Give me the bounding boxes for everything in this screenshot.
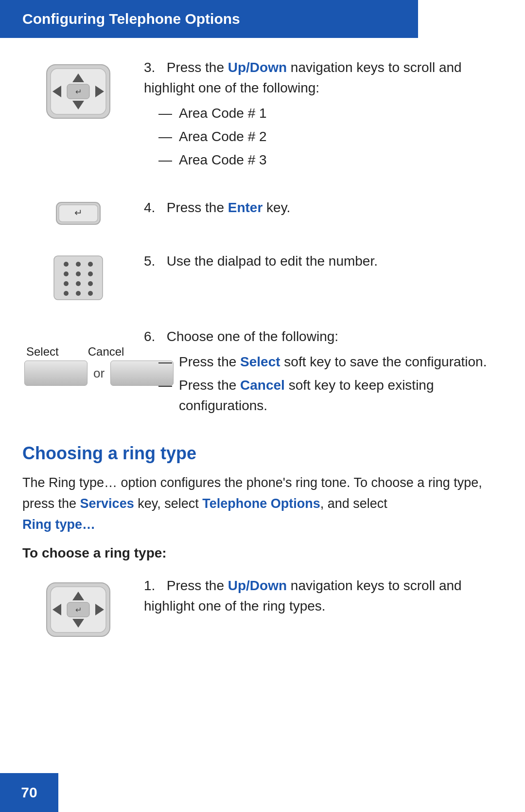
svg-point-14	[88, 262, 93, 267]
step-4-after: key.	[262, 200, 290, 215]
ring-step-1-number: 1.	[144, 578, 163, 593]
step-5-text: 5. Use the dialpad to edit the number.	[134, 251, 503, 271]
svg-point-18	[64, 281, 69, 286]
step-3-row: ↵ 3. Press the Up/Down navigation keys t…	[22, 57, 503, 173]
select-highlight: Select	[240, 354, 280, 369]
step-4-before: Press the	[167, 200, 228, 215]
step-5-icon	[22, 251, 134, 302]
bullet-area-code-1: — Area Code # 1	[158, 103, 503, 124]
step-3-before: Press the	[167, 60, 228, 75]
step-5-content: Use the dialpad to edit the number.	[167, 253, 378, 269]
svg-point-22	[76, 291, 81, 296]
step-4-highlight: Enter	[228, 200, 263, 215]
ring-step-1-before: Press the	[167, 578, 228, 593]
step-4-icon: ↵	[22, 198, 134, 227]
svg-point-17	[88, 271, 93, 276]
ring-step-1-row: ↵ 1. Press the Up/Down navigation keys t…	[22, 576, 503, 641]
ring-step-1-highlight: Up/Down	[228, 578, 287, 593]
svg-point-19	[76, 281, 81, 286]
cancel-label: Cancel	[88, 345, 124, 359]
step-4-row: ↵ 4. Press the Enter key.	[22, 198, 503, 227]
body-text-2: key, select	[134, 496, 203, 511]
step-3-number: 3.	[144, 60, 163, 75]
svg-point-15	[64, 271, 69, 276]
step-3-text: 3. Press the Up/Down navigation keys to …	[134, 57, 503, 173]
select-label: Select	[26, 345, 59, 359]
telephone-options-highlight: Telephone Options	[202, 496, 320, 511]
step-3-highlight: Up/Down	[228, 60, 287, 75]
ring-step-1-text: 1. Press the Up/Down navigation keys to …	[134, 576, 503, 616]
step-5-row: 5. Use the dialpad to edit the number.	[22, 251, 503, 302]
step-4-text: 4. Press the Enter key.	[134, 198, 503, 218]
page-number: 70	[21, 784, 37, 801]
header-title: Configuring Telephone Options	[22, 11, 240, 27]
header-bar: Configuring Telephone Options	[0, 0, 418, 38]
select-soft-key[interactable]	[24, 361, 88, 386]
enter-key-svg: ↵	[54, 200, 103, 227]
step-6-intro: Choose one of the following:	[167, 329, 338, 344]
sc-labels: Select Cancel	[26, 345, 124, 359]
bullet-select: — Press the Select soft key to save the …	[158, 352, 503, 372]
step-6-text: 6. Choose one of the following: — Press …	[134, 326, 503, 419]
main-content: ↵ 3. Press the Up/Down navigation keys t…	[0, 38, 525, 685]
svg-text:↵: ↵	[75, 88, 82, 96]
services-highlight: Services	[80, 496, 134, 511]
body-text-3: , and select	[320, 496, 387, 511]
dialpad-svg	[52, 253, 105, 302]
ring-nav-key-svg: ↵	[42, 578, 115, 641]
or-text: or	[93, 366, 105, 381]
svg-point-21	[64, 291, 69, 296]
svg-point-23	[88, 291, 93, 296]
svg-text:↵: ↵	[75, 606, 82, 614]
step-4-number: 4.	[144, 200, 163, 215]
to-choose-label: To choose a ring type:	[22, 545, 503, 561]
svg-point-12	[64, 262, 69, 267]
step-6-number: 6.	[144, 329, 163, 344]
ring-type-link: Ring type…	[22, 517, 95, 532]
step-3-bullets: — Area Code # 1 — Area Code # 2 — Area C…	[158, 103, 503, 170]
step-6-icons: Select Cancel or	[22, 326, 134, 386]
cancel-highlight: Cancel	[240, 378, 285, 393]
choosing-ring-type-body: The Ring type… option configures the pho…	[22, 472, 503, 536]
svg-point-20	[88, 281, 93, 286]
svg-point-13	[76, 262, 81, 267]
step-6-bullets: — Press the Select soft key to save the …	[158, 352, 503, 416]
bullet-cancel: — Press the Cancel soft key to keep exis…	[158, 375, 503, 416]
svg-point-16	[76, 271, 81, 276]
footer: 70	[0, 773, 58, 812]
step-6-row: Select Cancel or 6. Choose one of the fo…	[22, 326, 503, 419]
bullet-area-code-2: — Area Code # 2	[158, 126, 503, 147]
svg-text:↵: ↵	[74, 207, 83, 218]
bullet-area-code-3: — Area Code # 3	[158, 150, 503, 170]
choosing-ring-type-heading: Choosing a ring type	[22, 443, 503, 464]
nav-key-svg: ↵	[42, 60, 115, 123]
ring-step-1-icon: ↵	[22, 576, 134, 641]
step-5-number: 5.	[144, 253, 163, 269]
step-3-icon: ↵	[22, 57, 134, 123]
